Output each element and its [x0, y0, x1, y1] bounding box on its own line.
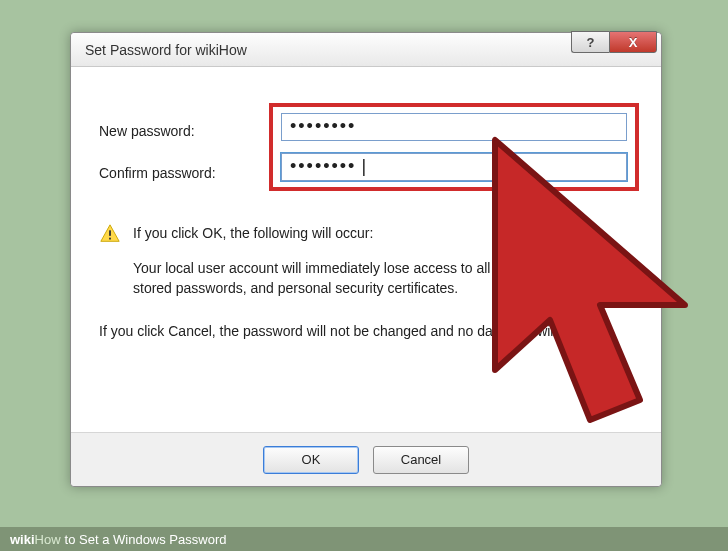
warning-block: If you click OK, the following will occu… [99, 223, 633, 341]
close-button[interactable]: X [609, 31, 657, 53]
warning-body: Your local user account will immediately… [133, 258, 633, 299]
ok-button[interactable]: OK [263, 446, 359, 474]
title-buttons: ? X [571, 31, 657, 53]
cancel-button[interactable]: Cancel [373, 446, 469, 474]
confirm-password-label: Confirm password: [99, 165, 216, 181]
footer-caption: wikiHow to Set a Windows Password [0, 527, 728, 551]
highlight-annotation: •••••••• •••••••• [269, 103, 639, 191]
cancel-button-label: Cancel [401, 452, 441, 467]
svg-rect-1 [109, 238, 111, 240]
dialog-title: Set Password for wikiHow [85, 42, 247, 58]
brand-prefix: wiki [10, 532, 35, 547]
dialog-content: New password: Confirm password: ••••••••… [71, 67, 661, 113]
cancel-info: If you click Cancel, the password will n… [99, 321, 633, 341]
warning-heading: If you click OK, the following will occu… [133, 223, 373, 243]
help-icon: ? [587, 35, 595, 50]
password-dots: •••••••• [290, 116, 356, 136]
password-dots: •••••••• [290, 156, 356, 176]
ok-button-label: OK [302, 452, 321, 467]
new-password-label: New password: [99, 123, 216, 139]
article-title: to Set a Windows Password [65, 532, 227, 547]
set-password-dialog: Set Password for wikiHow ? X New passwor… [70, 32, 662, 487]
close-icon: X [629, 35, 638, 50]
brand-suffix: How [35, 532, 61, 547]
button-bar: OK Cancel [71, 432, 661, 486]
confirm-password-field[interactable]: •••••••• [281, 153, 627, 181]
warning-icon [99, 223, 121, 248]
help-button[interactable]: ? [571, 31, 609, 53]
svg-rect-0 [109, 230, 111, 236]
new-password-field[interactable]: •••••••• [281, 113, 627, 141]
titlebar[interactable]: Set Password for wikiHow ? X [71, 33, 661, 67]
